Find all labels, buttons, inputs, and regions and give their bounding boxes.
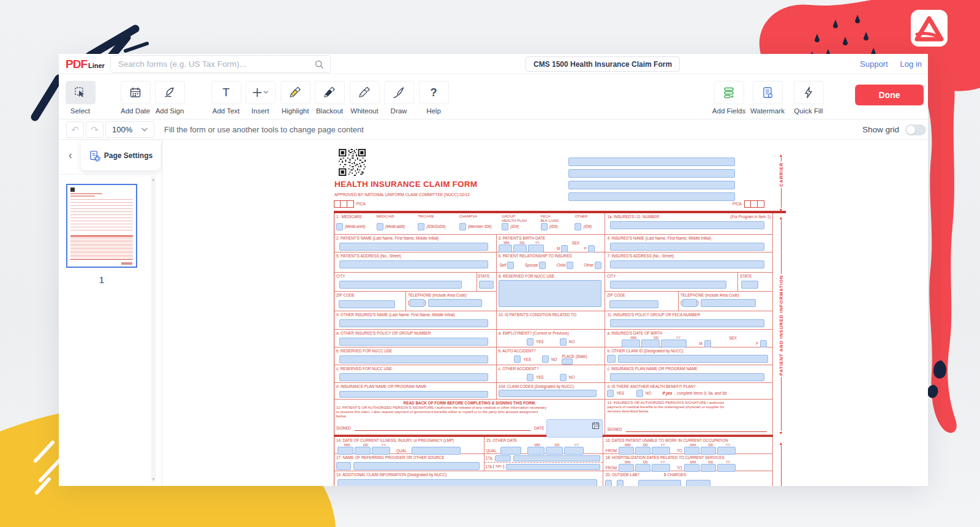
other-accident-yes-checkbox[interactable]	[527, 374, 533, 381]
hosp-from-mm-input[interactable]	[619, 464, 634, 472]
insured-dob-dd-input[interactable]	[641, 339, 660, 347]
auto-accident-yes-checkbox[interactable]	[514, 355, 521, 363]
employment-yes-checkbox[interactable]	[527, 338, 533, 346]
patient-area-code-input[interactable]	[410, 299, 424, 307]
insured-phone-input[interactable]	[701, 299, 756, 307]
page-thumbnail[interactable]	[66, 184, 137, 268]
other-date-yy-input[interactable]	[564, 447, 584, 455]
field-17a-qual-input[interactable]	[495, 455, 511, 461]
medicare-checkbox[interactable]	[336, 223, 343, 230]
patient-name-input[interactable]	[339, 243, 488, 251]
carrier-field-2[interactable]	[568, 169, 735, 178]
referring-qualifier-input[interactable]	[336, 462, 351, 470]
insured-area-code-input[interactable]	[682, 299, 697, 307]
feca-checkbox[interactable]	[541, 223, 548, 230]
work-from-dd-input[interactable]	[635, 447, 650, 455]
policy-group-input[interactable]	[610, 319, 764, 327]
sidebar-scrollbar[interactable]: ▲ ▼	[151, 176, 156, 482]
outside-lab-no-checkbox[interactable]	[617, 480, 624, 486]
npi-input[interactable]	[506, 464, 600, 470]
pica-box[interactable]	[758, 200, 764, 208]
hosp-from-dd-input[interactable]	[635, 464, 650, 472]
other-claim-qualifier-input[interactable]	[607, 355, 616, 363]
insured-address-input[interactable]	[610, 260, 764, 268]
sex-f-checkbox[interactable]	[588, 245, 595, 252]
illness-yy-input[interactable]	[372, 447, 390, 455]
insured-sex-m-checkbox[interactable]	[704, 340, 711, 347]
other-date-dd-input[interactable]	[546, 447, 563, 455]
insured-city-input[interactable]	[610, 281, 726, 289]
date-picker-calendar-icon[interactable]	[592, 422, 600, 430]
hosp-to-mm-input[interactable]	[684, 464, 699, 472]
reserved-nucc-input[interactable]	[499, 280, 601, 307]
carrier-field-3[interactable]	[568, 181, 735, 189]
hosp-to-yy-input[interactable]	[717, 464, 736, 472]
benefit-plan-yes-checkbox[interactable]	[607, 390, 614, 397]
reserved-9c-input[interactable]	[339, 373, 488, 381]
other-date-mm-input[interactable]	[527, 447, 545, 455]
redo-button[interactable]: ↷	[86, 121, 104, 138]
sex-m-checkbox[interactable]	[561, 245, 568, 252]
work-to-mm-input[interactable]	[684, 447, 699, 455]
claim-codes-input[interactable]	[499, 390, 597, 397]
patient-city-input[interactable]	[339, 281, 462, 289]
illness-dd-input[interactable]	[355, 447, 371, 455]
charges-input[interactable]	[638, 480, 681, 487]
search-bar[interactable]	[110, 55, 331, 73]
document-canvas[interactable]: HEALTH INSURANCE CLAIM FORM APPROVED BY …	[162, 140, 928, 486]
pica-box[interactable]	[341, 200, 347, 208]
employment-no-checkbox[interactable]	[560, 338, 567, 346]
hosp-to-dd-input[interactable]	[701, 464, 716, 472]
pica-box[interactable]	[744, 200, 751, 208]
support-link[interactable]: Support	[860, 59, 888, 69]
show-grid-toggle[interactable]	[905, 124, 926, 135]
scroll-down-arrow[interactable]: ▼	[151, 477, 156, 481]
charges-cents-input[interactable]	[686, 480, 710, 487]
illness-mm-input[interactable]	[337, 447, 353, 455]
field-17a-input[interactable]	[513, 455, 600, 461]
done-button[interactable]: Done	[855, 85, 924, 105]
login-link[interactable]: Log in	[900, 59, 922, 69]
work-from-mm-input[interactable]	[619, 447, 634, 455]
other-date-qual-input[interactable]	[500, 447, 521, 455]
pica-box[interactable]	[347, 200, 354, 208]
birth-dd-input[interactable]	[513, 245, 527, 252]
help-button[interactable]: ? Help	[403, 81, 464, 115]
accident-place-input[interactable]	[562, 358, 573, 365]
patient-address-input[interactable]	[339, 260, 488, 268]
hosp-from-yy-input[interactable]	[652, 464, 670, 472]
work-from-yy-input[interactable]	[652, 447, 670, 455]
pica-box[interactable]	[751, 200, 758, 208]
zoom-select[interactable]: 100%	[105, 121, 154, 138]
rel-spouse-checkbox[interactable]	[539, 262, 546, 269]
insurance-plan-name-input[interactable]	[610, 373, 764, 381]
patient-zip-input[interactable]	[339, 300, 395, 308]
group-health-plan-checkbox[interactable]	[502, 223, 508, 230]
auto-accident-no-checkbox[interactable]	[542, 355, 549, 363]
rel-other-checkbox[interactable]	[595, 262, 601, 269]
quick-fill-button[interactable]: Quick Fill	[778, 81, 839, 115]
collapse-sidebar-button[interactable]: ‹	[62, 147, 78, 163]
champva-checkbox[interactable]	[459, 223, 466, 230]
carrier-field-1[interactable]	[568, 157, 735, 166]
insured-name-input[interactable]	[610, 243, 764, 251]
outside-lab-yes-checkbox[interactable]	[605, 480, 612, 486]
birth-yy-input[interactable]	[528, 245, 544, 252]
reserved-9b-input[interactable]	[339, 355, 488, 363]
additional-claim-info-input[interactable]	[337, 479, 597, 487]
medicaid-checkbox[interactable]	[377, 223, 383, 230]
carrier-field-4[interactable]	[568, 192, 735, 201]
patient-state-input[interactable]	[479, 281, 494, 289]
rel-child-checkbox[interactable]	[567, 262, 573, 269]
work-to-yy-input[interactable]	[717, 447, 736, 455]
insured-dob-yy-input[interactable]	[661, 339, 687, 347]
other-insured-name-input[interactable]	[339, 319, 488, 327]
search-input[interactable]	[111, 59, 314, 69]
insured-id-input[interactable]	[610, 221, 764, 229]
other-claim-id-input[interactable]	[618, 355, 768, 363]
add-sign-button[interactable]: Add Sign	[139, 81, 200, 115]
scroll-up-arrow[interactable]: ▲	[151, 178, 156, 181]
patient-phone-input[interactable]	[428, 299, 482, 307]
referring-name-input[interactable]	[353, 462, 480, 470]
work-to-dd-input[interactable]	[701, 447, 716, 455]
